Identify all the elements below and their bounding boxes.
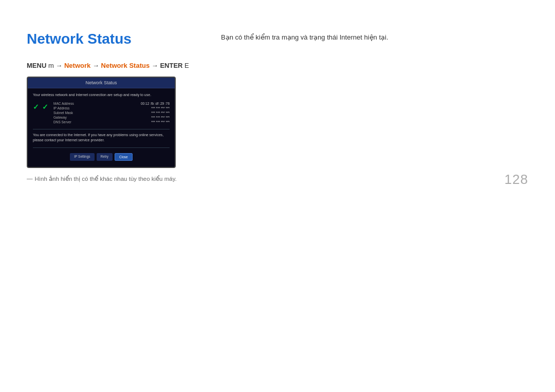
- menu-e: E: [184, 62, 189, 69]
- menu-network: Network: [64, 62, 90, 69]
- retry-button[interactable]: Retry: [97, 153, 113, 161]
- footnote-text: Hình ảnh hiển thị có thể khác nhau tùy t…: [35, 175, 177, 182]
- table-row-dns: DNS Server *** *** *** ***: [53, 120, 170, 124]
- gateway-value: *** *** *** ***: [151, 116, 170, 119]
- dialog-top-message: Your wireless network and Internet conne…: [33, 92, 170, 98]
- mac-label: MAC Address: [53, 102, 82, 105]
- mac-value: 00:12 :fb :df :29 :76: [141, 102, 170, 105]
- tv-screen: Network Status Your wireless network and…: [27, 77, 176, 168]
- dialog-buttons: IP Settings Retry Close: [33, 151, 170, 163]
- checkmark-2: ✓: [42, 103, 48, 111]
- table-row-gateway: Gateway *** *** *** ***: [53, 116, 170, 119]
- dialog-bottom-message: You are connected to the Internet. If yo…: [33, 133, 170, 143]
- arrow1: →: [55, 62, 64, 69]
- separator-2: [33, 147, 170, 148]
- menu-network-status: Network Status: [101, 62, 150, 69]
- ip-value: *** *** *** ***: [151, 106, 170, 110]
- footnote: — Hình ảnh hiển thị có thể khác nhau tùy…: [27, 175, 528, 182]
- menu-prefix: MENU: [27, 62, 48, 69]
- checkmarks: ✓ ✓: [33, 102, 48, 111]
- close-button[interactable]: Close: [115, 153, 133, 161]
- dns-label: DNS Server: [53, 120, 82, 124]
- network-table: MAC Address 00:12 :fb :df :29 :76 IP Add…: [53, 102, 170, 125]
- dialog-title: Network Status: [85, 80, 117, 85]
- tv-screen-inner: Network Status Your wireless network and…: [28, 78, 175, 167]
- arrow3: →: [152, 62, 160, 69]
- table-row-subnet: Subnet Mask *** *** *** ***: [53, 111, 170, 115]
- dialog-body: Your wireless network and Internet conne…: [28, 88, 175, 167]
- menu-enter: ENTER: [160, 62, 182, 69]
- subnet-label: Subnet Mask: [53, 111, 82, 115]
- menu-path: MENU m → Network → Network Status → ENTE…: [27, 62, 528, 69]
- menu-m: m: [48, 62, 54, 69]
- dialog-title-bar: Network Status: [28, 78, 175, 88]
- ip-settings-button[interactable]: IP Settings: [70, 153, 94, 161]
- description-text: Bạn có thể kiểm tra mạng và trạng thái I…: [221, 33, 388, 41]
- arrow2: →: [92, 62, 101, 69]
- footnote-dash: —: [27, 175, 33, 181]
- table-row-ip: IP Address *** *** *** ***: [53, 106, 170, 110]
- dialog-network-info: ✓ ✓ MAC Address 00:12 :fb :df :29 :76 IP…: [33, 102, 170, 125]
- dns-value: *** *** *** ***: [151, 120, 170, 124]
- separator-1: [33, 129, 170, 129]
- page-number: 128: [505, 172, 528, 188]
- gateway-label: Gateway: [53, 116, 82, 119]
- table-row-mac: MAC Address 00:12 :fb :df :29 :76: [53, 102, 170, 105]
- subnet-value: *** *** *** ***: [151, 111, 170, 115]
- ip-label: IP Address: [53, 106, 82, 110]
- checkmark-1: ✓: [33, 103, 39, 111]
